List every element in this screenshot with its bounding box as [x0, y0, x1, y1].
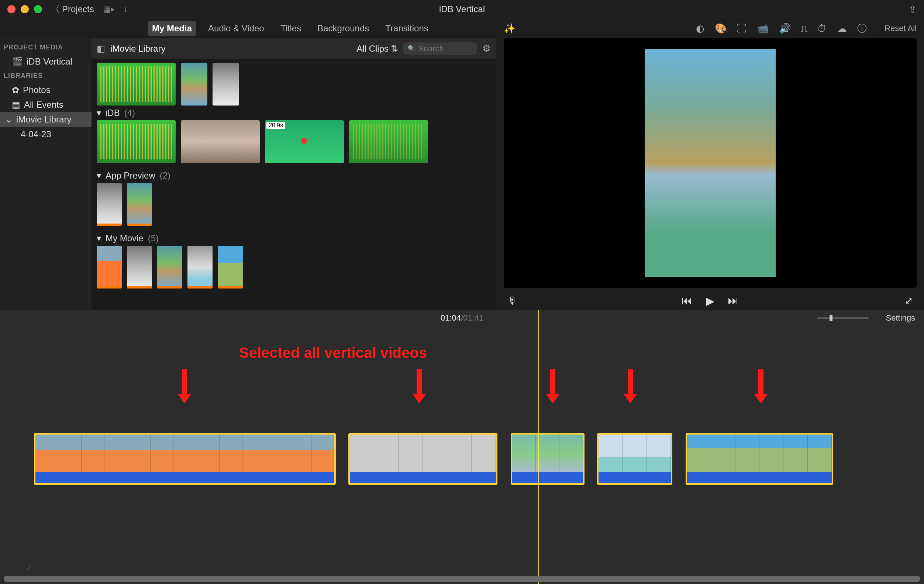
- clip-thumb[interactable]: [181, 120, 260, 163]
- sidebar-project-label: iDB Vertical: [26, 56, 72, 67]
- clip-thumb[interactable]: [127, 183, 152, 226]
- voiceover-mic-icon[interactable]: 🎙: [507, 295, 518, 307]
- search-input[interactable]: [418, 44, 473, 53]
- timeline-clip[interactable]: [34, 433, 336, 485]
- tab-backgrounds[interactable]: Backgrounds: [313, 21, 373, 36]
- playback-controls: 🎙 ⏮ ▶ ⏭ ⤢: [496, 292, 924, 310]
- import-media-icon[interactable]: ▦▸: [103, 5, 115, 14]
- browser-content: ▾ iDB (4) 20.9s ▾: [91, 59, 496, 310]
- sidebar-project[interactable]: 🎬 iDB Vertical: [0, 54, 91, 69]
- toggle-sidebar-icon[interactable]: ◧: [97, 43, 105, 54]
- time-info-bar: 01:04 / 01:41 Settings: [0, 310, 924, 326]
- adjustment-toolbar: ✨ ◐ 🎨 ⛶ 📹 🔊 ⎍ ⏱ ☁ ⓘ Reset All: [496, 18, 924, 38]
- noise-eq-icon[interactable]: ⎍: [801, 23, 807, 34]
- event-header-my-movie[interactable]: ▾ My Movie (5): [97, 231, 491, 246]
- clip-thumb[interactable]: [181, 63, 207, 106]
- sidebar-event-date[interactable]: 4-04-23: [0, 127, 91, 142]
- horizontal-scrollbar[interactable]: [4, 576, 920, 582]
- next-frame-icon[interactable]: ⏭: [728, 294, 739, 307]
- speed-icon[interactable]: ⏱: [817, 23, 827, 34]
- preview-viewer[interactable]: [504, 38, 917, 288]
- timeline-clip[interactable]: [686, 433, 833, 485]
- back-label: Projects: [62, 4, 94, 14]
- film-icon: ▤: [12, 100, 20, 110]
- annotation-arrow-icon: [178, 369, 191, 403]
- annotation-text: Selected all vertical videos: [239, 345, 427, 361]
- clip-thumb[interactable]: 20.9s: [265, 120, 344, 163]
- minimize-window-button[interactable]: [21, 5, 29, 13]
- previous-frame-icon[interactable]: ⏮: [681, 294, 693, 307]
- clip-thumb[interactable]: [188, 246, 213, 289]
- sidebar-all-events[interactable]: ▤ All Events: [0, 97, 91, 112]
- clip-thumb[interactable]: [97, 246, 122, 289]
- browser-settings-icon[interactable]: ⚙: [482, 43, 491, 54]
- volume-icon[interactable]: 🔊: [779, 23, 791, 34]
- clip-audio-track: [687, 472, 832, 483]
- disclosure-triangle-icon: ▾: [97, 170, 101, 181]
- reset-all-button[interactable]: Reset All: [884, 24, 917, 33]
- timeline-clip[interactable]: [597, 433, 672, 485]
- event-header-app-preview[interactable]: ▾ App Preview (2): [97, 168, 491, 183]
- clips-filter-dropdown[interactable]: All Clips ⇅: [356, 43, 398, 54]
- annotation-arrow-icon: [754, 369, 767, 403]
- chevron-left-icon: 〈: [51, 3, 60, 15]
- zoom-slider-handle[interactable]: [830, 315, 833, 321]
- event-count: (2): [160, 170, 170, 181]
- clapperboard-icon: 🎬: [12, 56, 23, 67]
- clip-thumb[interactable]: [157, 246, 182, 289]
- info-icon[interactable]: ⓘ: [857, 22, 867, 35]
- viewer-pane: ✨ ◐ 🎨 ⛶ 📹 🔊 ⎍ ⏱ ☁ ⓘ Reset All 🎙 ⏮ ▶ ⏭ ⤢: [496, 18, 924, 310]
- crop-icon[interactable]: ⛶: [737, 23, 746, 34]
- play-icon[interactable]: ▶: [706, 294, 714, 307]
- close-window-button[interactable]: [7, 5, 15, 13]
- back-to-projects-button[interactable]: 〈 Projects: [51, 3, 94, 15]
- window-title: iDB Vertical: [439, 4, 485, 14]
- event-count: (5): [148, 233, 159, 244]
- clip-thumb[interactable]: [127, 246, 152, 289]
- tab-audio-video[interactable]: Audio & Video: [204, 21, 269, 36]
- share-icon[interactable]: ⇪: [909, 4, 917, 15]
- clip-thumb[interactable]: [218, 246, 243, 289]
- sidebar-imovie-library[interactable]: ⌄ iMovie Library: [0, 112, 91, 127]
- fullscreen-icon[interactable]: ⤢: [905, 295, 913, 307]
- sidebar-photos[interactable]: ✿ Photos: [0, 82, 91, 97]
- timeline-playhead[interactable]: [538, 310, 539, 584]
- timeline-track[interactable]: [0, 422, 924, 496]
- enhance-wand-icon[interactable]: ✨: [504, 23, 515, 34]
- filter-overlay-icon[interactable]: ☁: [837, 23, 847, 34]
- sidebar-photos-label: Photos: [23, 85, 51, 95]
- event-name: App Preview: [106, 170, 155, 181]
- annotation-arrow-icon: [412, 369, 426, 403]
- clip-audio[interactable]: [349, 120, 428, 163]
- timeline-settings-button[interactable]: Settings: [886, 313, 916, 323]
- stabilization-icon[interactable]: 📹: [757, 23, 769, 34]
- music-track-icon[interactable]: ♪: [26, 562, 31, 572]
- event-header-idb[interactable]: ▾ iDB (4): [97, 106, 491, 120]
- updown-chevron-icon: ⇅: [391, 43, 398, 54]
- title-bar: 〈 Projects ▦▸ ↓ iDB Vertical ⇪: [0, 0, 924, 18]
- clip-thumb[interactable]: [97, 183, 122, 226]
- clip-thumb[interactable]: [213, 63, 239, 106]
- color-correction-icon[interactable]: 🎨: [715, 23, 727, 34]
- event-name: iDB: [106, 108, 120, 118]
- annotation-arrow-icon: [624, 369, 637, 403]
- libraries-header: LIBRARIES: [0, 69, 91, 82]
- search-field[interactable]: 🔍: [403, 43, 477, 55]
- tab-transitions[interactable]: Transitions: [381, 21, 432, 36]
- search-icon: 🔍: [408, 45, 415, 52]
- preview-frame: [645, 49, 776, 277]
- sidebar-event-date-label: 4-04-23: [21, 129, 51, 139]
- clip-audio[interactable]: [97, 63, 176, 106]
- timeline-clip[interactable]: [348, 433, 497, 485]
- tab-titles[interactable]: Titles: [276, 21, 305, 36]
- tab-my-media[interactable]: My Media: [148, 21, 196, 36]
- color-balance-icon[interactable]: ◐: [696, 23, 705, 34]
- zoom-window-button[interactable]: [34, 5, 42, 13]
- clip-audio[interactable]: [97, 120, 176, 163]
- timeline-zoom-slider[interactable]: [817, 317, 869, 319]
- disclosure-triangle-icon: ▾: [97, 233, 101, 244]
- disclosure-triangle-icon: ▾: [97, 108, 101, 118]
- timeline-clip[interactable]: [511, 433, 584, 485]
- photos-icon: ✿: [12, 85, 19, 95]
- download-icon[interactable]: ↓: [124, 5, 128, 14]
